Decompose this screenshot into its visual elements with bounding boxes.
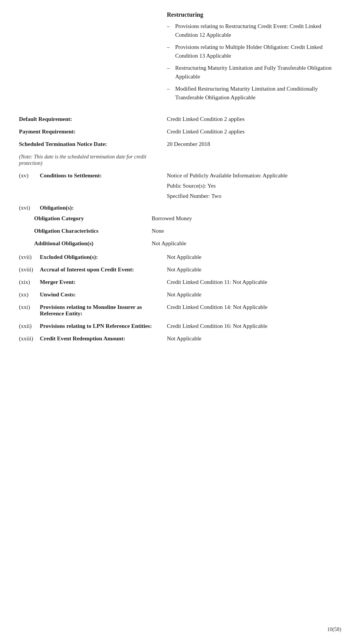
merger-event-left: (xix) Merger Event: — [19, 279, 163, 285]
page-footer: 10(58) — [327, 627, 341, 633]
monoline-insurer-right: Credit Linked Condition 14: Not Applicab… — [163, 304, 345, 310]
note-left: (Note: This date is the scheduled termin… — [19, 154, 163, 166]
additional-obligations-right: Not Applicable — [148, 240, 345, 247]
conditions-section: (xv) Conditions to Settlement: Notice of… — [19, 169, 345, 202]
credit-event-redemption-label: Credit Event Redemption Amount: — [40, 335, 125, 342]
payment-requirement-left: Payment Requirement: — [19, 128, 163, 135]
list-item: – Provisions relating to Restructuring C… — [167, 22, 345, 39]
credit-event-redemption-left: (xxiii) Credit Event Redemption Amount: — [19, 335, 163, 342]
obligation-characteristics-value: None — [152, 228, 164, 234]
list-item: – Modified Restructuring Maturity Limita… — [167, 85, 345, 102]
bullet-text: Restructuring Maturity Limitation and Fu… — [175, 64, 345, 81]
lpn-reference-right: Credit Linked Condition 16: Not Applicab… — [163, 323, 345, 329]
default-requirement-left: Default Requirement: — [19, 116, 163, 122]
monoline-insurer-roman: (xxi) — [19, 304, 40, 310]
bullet-list: – Provisions relating to Restructuring C… — [167, 22, 345, 102]
top-right: Restructuring – Provisions relating to R… — [163, 11, 345, 105]
unwind-costs-section: (xx) Unwind Costs: Not Applicable — [19, 288, 345, 301]
page-number: 10(58) — [327, 627, 341, 632]
obligations-roman: (xvi) — [19, 205, 40, 211]
obligation-characteristics-label: Obligation Characteristics — [34, 228, 99, 234]
credit-event-redemption-right: Not Applicable — [163, 335, 345, 342]
conditions-roman: (xv) — [19, 172, 40, 179]
conditions-value-2: Specified Number: Two — [167, 193, 345, 199]
credit-event-redemption-roman: (xxiii) — [19, 335, 40, 342]
additional-obligations-left: Additional Obligation(s) — [19, 240, 148, 247]
obligation-characteristics-section: Obligation Characteristics None — [19, 226, 345, 236]
excluded-obligations-right: Not Applicable — [163, 254, 345, 260]
additional-obligations-value: Not Applicable — [152, 240, 186, 246]
payment-requirement-section: Payment Requirement: Credit Linked Condi… — [19, 125, 345, 138]
excluded-obligations-left: (xvii) Excluded Obligation(s): — [19, 254, 163, 260]
merger-event-label: Merger Event: — [40, 279, 75, 285]
default-requirement-section: Default Requirement: Credit Linked Condi… — [19, 113, 345, 125]
unwind-costs-right: Not Applicable — [163, 291, 345, 298]
lpn-reference-section: (xxii) Provisions relating to LPN Refere… — [19, 320, 345, 332]
obligation-characteristics-left: Obligation Characteristics — [19, 228, 148, 234]
accrual-right: Not Applicable — [163, 266, 345, 273]
obligations-left: (xvi) Obligation(s): — [19, 205, 163, 211]
payment-requirement-value: Credit Linked Condition 2 applies — [167, 128, 245, 135]
unwind-costs-left: (xx) Unwind Costs: — [19, 291, 163, 298]
obligation-category-value: Borrowed Money — [152, 215, 192, 221]
bullet-dash: – — [167, 22, 175, 31]
monoline-insurer-left: (xxi) Provisions relating to Monoline In… — [19, 304, 163, 317]
obligation-category-right: Borrowed Money — [148, 215, 345, 222]
default-requirement-label: Default Requirement: — [19, 116, 72, 122]
conditions-left: (xv) Conditions to Settlement: — [19, 172, 163, 179]
payment-requirement-right: Credit Linked Condition 2 applies — [163, 128, 345, 135]
top-left — [19, 11, 163, 105]
credit-event-redemption-value: Not Applicable — [167, 335, 201, 342]
list-item: – Restructuring Maturity Limitation and … — [167, 64, 345, 81]
monoline-insurer-value: Credit Linked Condition 14: Not Applicab… — [167, 304, 267, 310]
obligations-label: Obligation(s): — [40, 205, 74, 211]
conditions-value-0: Notice of Publicly Available Information… — [167, 172, 345, 179]
lpn-reference-label: Provisions relating to LPN Reference Ent… — [40, 323, 152, 329]
accrual-label: Accrual of Interest upon Credit Event: — [40, 266, 134, 273]
excluded-obligations-value: Not Applicable — [167, 254, 201, 260]
lpn-reference-value: Credit Linked Condition 16: Not Applicab… — [167, 323, 267, 329]
unwind-costs-label: Unwind Costs: — [40, 291, 76, 298]
conditions-values: Notice of Publicly Available Information… — [167, 172, 345, 199]
unwind-costs-value: Not Applicable — [167, 291, 201, 298]
merger-event-section: (xix) Merger Event: Credit Linked Condit… — [19, 276, 345, 288]
merger-event-value: Credit Linked Condition 11: Not Applicab… — [167, 279, 267, 285]
page-content: Restructuring – Provisions relating to R… — [19, 11, 345, 345]
excluded-obligations-label: Excluded Obligation(s): — [40, 254, 98, 260]
unwind-costs-roman: (xx) — [19, 291, 40, 298]
lpn-reference-roman: (xxii) — [19, 323, 40, 329]
excluded-obligations-roman: (xvii) — [19, 254, 40, 260]
obligations-header: (xvi) Obligation(s): — [19, 202, 345, 213]
scheduled-termination-section: Scheduled Termination Notice Date: 20 De… — [19, 138, 345, 150]
merger-event-right: Credit Linked Condition 11: Not Applicab… — [163, 279, 345, 285]
bullet-dash: – — [167, 64, 175, 72]
accrual-value: Not Applicable — [167, 266, 201, 273]
note-text: (Note: This date is the scheduled termin… — [19, 154, 146, 166]
obligation-category-section: Obligation Category Borrowed Money — [19, 213, 345, 224]
accrual-left: (xviii) Accrual of Interest upon Credit … — [19, 266, 163, 273]
conditions-label: Conditions to Settlement: — [40, 172, 102, 179]
payment-requirement-label: Payment Requirement: — [19, 128, 75, 135]
obligation-category-label: Obligation Category — [34, 215, 84, 221]
default-requirement-right: Credit Linked Condition 2 applies — [163, 116, 345, 122]
note-right — [163, 154, 345, 166]
accrual-roman: (xviii) — [19, 266, 40, 273]
monoline-insurer-label: Provisions relating to Monoline Insurer … — [40, 304, 163, 317]
scheduled-termination-right: 20 December 2018 — [163, 141, 345, 147]
default-requirement-value: Credit Linked Condition 2 applies — [167, 116, 245, 122]
credit-event-redemption-section: (xxiii) Credit Event Redemption Amount: … — [19, 332, 345, 345]
bullet-text: Modified Restructuring Maturity Limitati… — [175, 85, 345, 102]
obligation-characteristics-right: None — [148, 228, 345, 234]
bullet-dash: – — [167, 85, 175, 93]
excluded-obligations-section: (xvii) Excluded Obligation(s): Not Appli… — [19, 251, 345, 263]
additional-obligations-label: Additional Obligation(s) — [34, 240, 93, 246]
scheduled-termination-label: Scheduled Termination Notice Date: — [19, 141, 107, 147]
obligation-category-left: Obligation Category — [19, 215, 148, 222]
bullet-dash: – — [167, 43, 175, 52]
conditions-value-1: Public Source(s): Yes — [167, 183, 345, 189]
bullet-text: Provisions relating to Multiple Holder O… — [175, 43, 345, 60]
accrual-section: (xviii) Accrual of Interest upon Credit … — [19, 263, 345, 276]
lpn-reference-left: (xxii) Provisions relating to LPN Refere… — [19, 323, 163, 329]
top-heading: Restructuring — [167, 11, 345, 18]
conditions-right: Notice of Publicly Available Information… — [163, 172, 345, 199]
